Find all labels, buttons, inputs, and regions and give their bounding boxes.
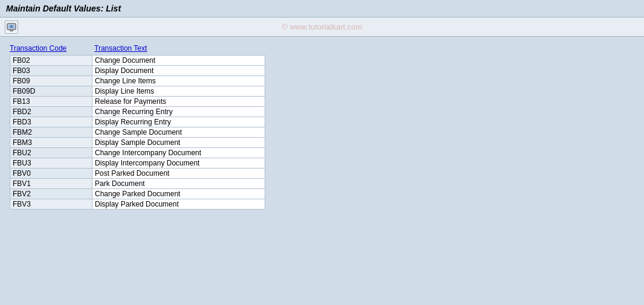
transaction-text-cell: Display Recurring Entry <box>92 117 265 127</box>
transaction-code-cell[interactable]: FBV3 <box>10 199 92 210</box>
transaction-code-cell[interactable]: FBV0 <box>10 169 92 179</box>
table-row: FBD3Display Recurring Entry <box>10 117 265 127</box>
transaction-text-cell: Release for Payments <box>92 97 265 107</box>
transaction-text-cell: Change Document <box>92 56 265 66</box>
transaction-text-cell: Change Intercompany Document <box>92 148 265 158</box>
table-row: FBD2Change Recurring Entry <box>10 107 265 117</box>
transaction-code-cell[interactable]: FB02 <box>10 56 92 66</box>
transaction-text-cell: Change Recurring Entry <box>92 107 265 117</box>
transaction-text-cell: Park Document <box>92 179 265 189</box>
table-row: FBV3Display Parked Document <box>10 199 265 210</box>
transaction-code-cell[interactable]: FB09D <box>10 86 92 97</box>
table-row: FB09Change Line Items <box>10 76 265 86</box>
table-row: FBV0Post Parked Document <box>10 169 265 179</box>
page-title: Maintain Default Values: List <box>6 4 638 13</box>
transaction-code-cell[interactable]: FBM3 <box>10 138 92 148</box>
transaction-text-cell: Change Parked Document <box>92 189 265 199</box>
svg-rect-3 <box>10 30 13 31</box>
table-row: FB09DDisplay Line Items <box>10 86 265 97</box>
transaction-text-cell: Change Sample Document <box>92 127 265 138</box>
table-row: FBU3Display Intercompany Document <box>10 158 265 169</box>
column-headers: Transaction Code Transaction Text <box>10 44 634 53</box>
transaction-code-cell[interactable]: FBU2 <box>10 148 92 158</box>
transaction-text-cell: Display Line Items <box>92 86 265 97</box>
toolbar: © www.tutorialkart.com <box>0 18 644 37</box>
table-row: FBM3Display Sample Document <box>10 138 265 148</box>
settings-icon[interactable] <box>5 21 18 34</box>
col-header-transaction-text: Transaction Text <box>94 44 269 53</box>
transaction-code-cell[interactable]: FB03 <box>10 66 92 76</box>
table-row: FBU2Change Intercompany Document <box>10 148 265 158</box>
transaction-text-cell: Display Intercompany Document <box>92 158 265 169</box>
transactions-table: FB02Change DocumentFB03Display DocumentF… <box>10 55 265 210</box>
transaction-text-cell: Display Document <box>92 66 265 76</box>
table-row: FBV2Change Parked Document <box>10 189 265 199</box>
table-row: FBM2Change Sample Document <box>10 127 265 138</box>
table-row: FB02Change Document <box>10 56 265 66</box>
main-content: Transaction Code Transaction Text FB02Ch… <box>0 37 644 217</box>
transaction-text-cell: Change Line Items <box>92 76 265 86</box>
table-row: FB13Release for Payments <box>10 97 265 107</box>
transaction-text-cell: Display Sample Document <box>92 138 265 148</box>
svg-point-2 <box>10 25 13 28</box>
transaction-code-cell[interactable]: FBM2 <box>10 127 92 138</box>
transaction-code-cell[interactable]: FBV2 <box>10 189 92 199</box>
table-row: FB03Display Document <box>10 66 265 76</box>
transaction-code-cell[interactable]: FB13 <box>10 97 92 107</box>
title-bar: Maintain Default Values: List <box>0 0 644 18</box>
col-header-transaction-code: Transaction Code <box>10 44 94 53</box>
transaction-code-cell[interactable]: FB09 <box>10 76 92 86</box>
table-row: FBV1Park Document <box>10 179 265 189</box>
transaction-text-cell: Display Parked Document <box>92 199 265 210</box>
transaction-code-cell[interactable]: FBD3 <box>10 117 92 127</box>
transaction-code-cell[interactable]: FBU3 <box>10 158 92 169</box>
watermark: © www.tutorialkart.com <box>282 22 362 31</box>
transaction-code-cell[interactable]: FBD2 <box>10 107 92 117</box>
transaction-text-cell: Post Parked Document <box>92 169 265 179</box>
transaction-code-cell[interactable]: FBV1 <box>10 179 92 189</box>
